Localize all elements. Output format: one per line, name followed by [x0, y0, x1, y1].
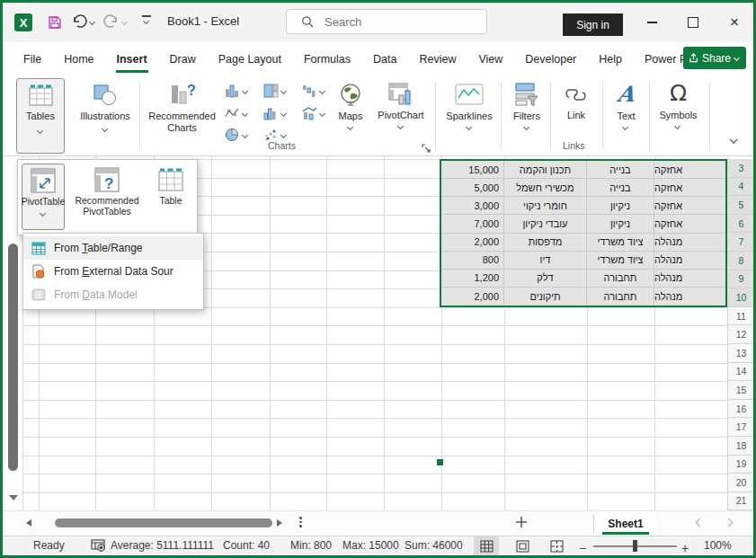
horizontal-scrollbar-thumb[interactable] [55, 518, 272, 527]
row-header[interactable]: 7 [727, 233, 753, 252]
undo-dropdown-chevron-icon[interactable] [90, 19, 96, 25]
customize-quick-access-toolbar-icon[interactable] [140, 15, 153, 24]
row-header[interactable]: 6 [727, 215, 753, 234]
vertical-scrollbar-thumb[interactable] [8, 244, 18, 471]
zoom-out-button[interactable]: − [579, 541, 586, 555]
tab-data[interactable]: Data [372, 49, 397, 69]
cell[interactable]: חומרי ניקוי [504, 197, 587, 215]
selected-range[interactable]: 15,000 תכנון והקמה בנייה אחזקה 5,000 מכש… [440, 159, 727, 307]
normal-view-button[interactable] [474, 536, 499, 555]
next-sheet-arrow-icon[interactable] [725, 518, 733, 526]
row-header[interactable]: 5 [727, 196, 753, 215]
tab-formulas[interactable]: Formulas [303, 49, 351, 69]
tab-help[interactable]: Help [598, 49, 623, 69]
text-button[interactable]: A Text [606, 78, 646, 154]
menu-item-from-external-data-source[interactable]: From External Data Sour [23, 260, 203, 283]
undo-button[interactable] [71, 13, 96, 30]
cell[interactable]: תיקונים [504, 288, 587, 306]
maps-button[interactable]: Maps [333, 78, 369, 154]
scroll-left-arrow-icon[interactable] [26, 519, 31, 527]
cell[interactable]: אחזקה [654, 161, 725, 179]
row-header[interactable]: 21 [727, 492, 753, 510]
cell[interactable]: אחזקה [654, 215, 725, 233]
table-gallery-button[interactable]: Table [149, 164, 192, 206]
cell[interactable]: 800 [441, 252, 504, 270]
page-layout-view-button[interactable] [510, 536, 535, 555]
zoom-slider-thumb[interactable] [633, 540, 637, 552]
insert-statistic-chart-button[interactable] [263, 106, 288, 120]
cell[interactable]: 15,000 [441, 161, 504, 179]
cell[interactable]: דיו [504, 252, 587, 270]
insert-column-chart-button[interactable] [225, 84, 249, 98]
search-input[interactable] [323, 14, 461, 30]
new-sheet-button[interactable] [513, 514, 529, 534]
insert-hierarchy-chart-button[interactable] [263, 84, 288, 98]
charts-dialog-launcher-icon[interactable] [422, 141, 431, 157]
insert-waterfall-chart-button[interactable] [302, 84, 326, 98]
sparklines-button[interactable]: Sparklines [441, 78, 497, 154]
row-header[interactable]: 3 [727, 159, 753, 178]
scroll-down-arrow-icon[interactable] [9, 495, 18, 500]
search-box[interactable] [286, 9, 487, 34]
row-header[interactable]: 9 [727, 270, 753, 289]
minimize-button[interactable] [632, 3, 672, 42]
tables-button[interactable]: Tables [16, 78, 65, 154]
redo-button[interactable] [103, 13, 129, 30]
row-header[interactable]: 13 [727, 344, 753, 363]
row-header[interactable]: 11 [727, 307, 753, 326]
row-header[interactable]: 8 [727, 252, 753, 270]
cell[interactable]: מנהלה [654, 288, 725, 306]
status-count[interactable]: Count: 40 [223, 539, 270, 552]
cell[interactable]: אחזקה [654, 179, 725, 197]
illustrations-button[interactable]: Illustrations [74, 78, 137, 154]
status-sum[interactable]: Sum: 46000 [405, 539, 463, 552]
tab-developer[interactable]: Developer [524, 49, 577, 69]
maximize-button[interactable] [673, 3, 713, 42]
cell[interactable]: תחבורה [587, 270, 654, 288]
status-min[interactable]: Min: 800 [290, 539, 332, 552]
row-header[interactable]: 14 [727, 363, 753, 382]
recommended-charts-button[interactable]: ? Recommended Charts [144, 78, 220, 154]
cell[interactable]: ניקיון [587, 215, 654, 233]
cell[interactable]: תחבורה [587, 288, 654, 306]
insert-combo-chart-button[interactable] [302, 106, 326, 120]
redo-dropdown-chevron-icon[interactable] [122, 19, 129, 25]
collapse-ribbon-chevron-icon[interactable] [731, 136, 739, 144]
symbols-button[interactable]: Ω Symbols [653, 78, 704, 154]
tab-insert[interactable]: Insert [116, 49, 148, 69]
excel-app-icon[interactable]: X [14, 13, 32, 31]
insert-line-chart-button[interactable] [225, 106, 249, 120]
macro-record-icon[interactable] [91, 538, 105, 554]
cell[interactable]: מכשירי חשמל [504, 179, 587, 197]
tab-draw[interactable]: Draw [169, 49, 197, 69]
tab-view[interactable]: View [477, 49, 503, 69]
cell[interactable]: עובדי ניקיון [504, 215, 587, 233]
cell[interactable]: 2,000 [441, 234, 504, 252]
status-average[interactable]: Average: 5111.111111 [111, 539, 214, 552]
tab-file[interactable]: File [22, 49, 42, 69]
close-button[interactable]: × [715, 3, 754, 42]
row-header[interactable]: 18 [727, 437, 753, 456]
cell[interactable]: דלק [504, 270, 587, 288]
filters-button[interactable]: Filters [506, 78, 547, 154]
tab-home[interactable]: Home [63, 49, 94, 69]
insert-pie-chart-button[interactable] [225, 128, 249, 142]
row-header[interactable]: 17 [727, 418, 753, 437]
row-header[interactable]: 19 [727, 456, 753, 474]
cell[interactable]: תכנון והקמה [504, 161, 587, 179]
pivotchart-button[interactable]: PivotChart [373, 78, 429, 154]
previous-sheet-arrow-icon[interactable] [695, 518, 702, 526]
tab-review[interactable]: Review [418, 49, 457, 69]
zoom-percentage[interactable]: 100% [704, 539, 732, 552]
cell[interactable]: מדפסות [504, 234, 587, 252]
cell[interactable]: 3,000 [441, 197, 504, 215]
cell[interactable]: ציוד משרדי [587, 234, 654, 252]
status-max[interactable]: Max: 15000 [342, 539, 399, 552]
cell[interactable]: בנייה [587, 161, 654, 179]
scroll-right-arrow-icon[interactable] [277, 519, 282, 527]
cell[interactable]: מנהלה [654, 252, 725, 270]
save-icon[interactable] [46, 13, 64, 31]
cell[interactable]: ציוד משרדי [587, 252, 654, 270]
cell[interactable]: מנהלה [654, 234, 725, 252]
row-header[interactable]: 12 [727, 325, 753, 344]
